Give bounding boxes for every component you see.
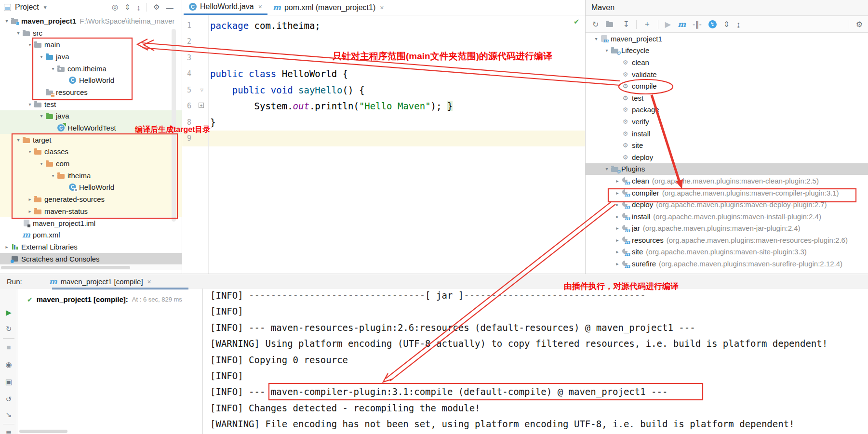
- tree-item-helloworld[interactable]: CHelloWorld: [0, 182, 182, 194]
- chevron-right-icon[interactable]: ▸: [614, 190, 621, 196]
- chevron-right-icon[interactable]: ▸: [614, 261, 621, 266]
- maven-item-deploy[interactable]: ▸mdeploy(org.apache.maven.plugins:maven-…: [586, 198, 868, 210]
- run-console[interactable]: [INFO] --------------------------------[…: [210, 288, 828, 433]
- gear-icon[interactable]: ⚙: [153, 3, 160, 12]
- chevron-down-icon[interactable]: ▼: [43, 5, 48, 10]
- tree-item-com-itheima[interactable]: ▾com.itheima: [0, 63, 182, 75]
- chevron-down-icon[interactable]: ▾: [14, 30, 22, 36]
- chevron-right-icon[interactable]: ▸: [3, 244, 11, 250]
- maven-item-jar[interactable]: ▸mjar(org.apache.maven.plugins:maven-jar…: [586, 223, 868, 235]
- close-icon[interactable]: ×: [147, 278, 151, 286]
- expand-all-icon[interactable]: ⇕: [723, 20, 730, 29]
- locate-icon[interactable]: ◎: [112, 3, 118, 12]
- chevron-down-icon[interactable]: ▾: [603, 166, 611, 171]
- chevron-down-icon[interactable]: ▾: [3, 18, 11, 24]
- maven-item-lifecycle[interactable]: ▾⚙Lifecycle: [586, 45, 868, 57]
- maven-item-validate[interactable]: ⚙validate: [586, 68, 868, 80]
- reimport-icon[interactable]: ↻: [592, 20, 599, 29]
- skip-tests-icon[interactable]: -∥-: [693, 20, 702, 29]
- tree-item-itheima[interactable]: ▾itheima: [0, 170, 182, 182]
- maven-item-compile[interactable]: ⚙compile: [586, 80, 868, 92]
- chevron-down-icon[interactable]: ▾: [592, 36, 600, 41]
- inspections-ok-icon[interactable]: ✔: [574, 17, 580, 26]
- editor-tab-pom[interactable]: mpom.xml (maven_project1)×: [267, 0, 389, 15]
- tree-item-maven-status[interactable]: ▸maven-status: [0, 205, 182, 217]
- chevron-right-icon[interactable]: ▸: [614, 202, 621, 207]
- code-editor[interactable]: package com.itheima; public class HelloW…: [210, 18, 453, 147]
- chevron-right-icon[interactable]: ▸: [614, 225, 621, 231]
- maven-item-compiler[interactable]: ▸mcompiler(org.apache.maven.plugins:mave…: [586, 187, 868, 199]
- close-icon[interactable]: ×: [258, 3, 262, 11]
- project-title[interactable]: Project: [15, 3, 39, 12]
- run-status-row[interactable]: ✔ maven_project1 [compile]: At : 6 sec, …: [27, 295, 182, 303]
- offline-mode-icon[interactable]: ↯: [708, 20, 717, 28]
- maven-item-package[interactable]: ⚙package: [586, 104, 868, 116]
- import-results-icon[interactable]: ↘: [0, 410, 17, 419]
- hide-panel-icon[interactable]: —: [166, 3, 174, 12]
- run-horizontal-scrollbar[interactable]: [19, 430, 67, 433]
- generate-sources-folder-icon[interactable]: [605, 20, 616, 29]
- tree-item-scratches-and-consoles[interactable]: Scratches and Consoles: [0, 253, 182, 265]
- maven-item-deploy[interactable]: ⚙deploy: [586, 151, 868, 163]
- editor-tab-helloworld[interactable]: CHelloWorld.java×: [184, 0, 267, 15]
- tree-item-classes[interactable]: ▾classes: [0, 146, 182, 158]
- tree-item-resources[interactable]: resources: [0, 86, 182, 98]
- rerun-icon[interactable]: ▶: [0, 308, 17, 317]
- maven-item-clean[interactable]: ▸mclean(org.apache.maven.plugins:maven-c…: [586, 175, 868, 187]
- tree-item-generated-sources[interactable]: ▸generated-sources: [0, 193, 182, 205]
- maven-item-verify[interactable]: ⚙verify: [586, 116, 868, 128]
- chevron-down-icon[interactable]: ▾: [49, 173, 57, 178]
- chevron-right-icon[interactable]: ▸: [614, 214, 621, 219]
- chevron-down-icon[interactable]: ▾: [14, 137, 22, 143]
- tree-item-target[interactable]: ▾target: [0, 134, 182, 146]
- tree-item-com[interactable]: ▾com: [0, 158, 182, 170]
- maven-item-install[interactable]: ▸minstall(org.apache.maven.plugins:maven…: [586, 210, 868, 223]
- chevron-right-icon[interactable]: ▸: [26, 209, 34, 214]
- expand-all-icon[interactable]: ⇕: [124, 3, 131, 12]
- tree-item-pom-xml[interactable]: mpom.xml: [0, 229, 182, 241]
- project-horizontal-scrollbar[interactable]: [1, 266, 130, 269]
- layout-icon[interactable]: ≣: [0, 429, 17, 434]
- maven-item-surefire[interactable]: ▸msurefire(org.apache.maven.plugins:mave…: [586, 258, 868, 270]
- chevron-down-icon[interactable]: ▾: [603, 48, 611, 53]
- maven-item-install[interactable]: ⚙install: [586, 128, 868, 140]
- show-passed-icon[interactable]: ◉: [0, 360, 17, 369]
- maven-item-plugins[interactable]: ▾⚙Plugins: [586, 163, 868, 175]
- close-icon[interactable]: ×: [380, 4, 384, 12]
- screenshot-icon[interactable]: ▣: [0, 378, 17, 386]
- tree-item-maven-project1[interactable]: ▾maven_project1F:\WorkSpace\itheima_mave…: [0, 15, 182, 27]
- tree-item-java[interactable]: ▾java: [0, 51, 182, 63]
- collapse-all-icon[interactable]: ↨: [137, 3, 141, 12]
- chevron-down-icon[interactable]: ▾: [26, 149, 34, 154]
- chevron-right-icon[interactable]: ▸: [614, 178, 621, 184]
- maven-item-resources[interactable]: ▸mresources(org.apache.maven.plugins:mav…: [586, 234, 868, 246]
- maven-item-test[interactable]: ⚙test: [586, 92, 868, 104]
- maven-item-clean[interactable]: ⚙clean: [586, 56, 868, 68]
- run-tree-divider[interactable]: [202, 289, 203, 434]
- chevron-right-icon[interactable]: ▸: [614, 237, 621, 243]
- chevron-down-icon[interactable]: ▾: [38, 54, 45, 59]
- tree-item-maven-project1-iml[interactable]: maven_project1.iml: [0, 217, 182, 229]
- rerun-failed-icon[interactable]: ↻: [0, 325, 17, 333]
- tree-item-helloworldtest[interactable]: CHelloWorldTest: [0, 122, 182, 134]
- maven-item-site[interactable]: ⚙site: [586, 139, 868, 151]
- stop-icon[interactable]: ■: [0, 343, 17, 351]
- collapse-all-icon[interactable]: ↨: [736, 20, 740, 29]
- maven-item-site[interactable]: ▸msite(org.apache.maven.plugins:maven-si…: [586, 246, 868, 258]
- chevron-down-icon[interactable]: ▾: [49, 66, 57, 71]
- fold-closed-icon[interactable]: +: [199, 103, 204, 108]
- chevron-down-icon[interactable]: ▾: [26, 102, 34, 107]
- chevron-right-icon[interactable]: ▸: [614, 249, 621, 254]
- tree-item-java[interactable]: ▾java: [0, 110, 182, 122]
- run-maven-icon[interactable]: ▶: [665, 20, 671, 29]
- chevron-down-icon[interactable]: ▾: [38, 113, 45, 118]
- maven-item-maven_project1[interactable]: ▾mmaven_project1: [586, 33, 868, 45]
- run-tab[interactable]: m maven_project1 [compile] ×: [49, 277, 151, 286]
- fold-open-icon[interactable]: ▽: [200, 87, 203, 92]
- execute-goal-icon[interactable]: m: [678, 21, 686, 28]
- project-vertical-scrollbar[interactable]: [172, 29, 176, 222]
- chevron-down-icon[interactable]: ▾: [38, 161, 45, 166]
- chevron-right-icon[interactable]: ▸: [26, 197, 34, 202]
- restart-icon[interactable]: ↺: [0, 395, 17, 404]
- tree-item-src[interactable]: ▾src: [0, 27, 182, 39]
